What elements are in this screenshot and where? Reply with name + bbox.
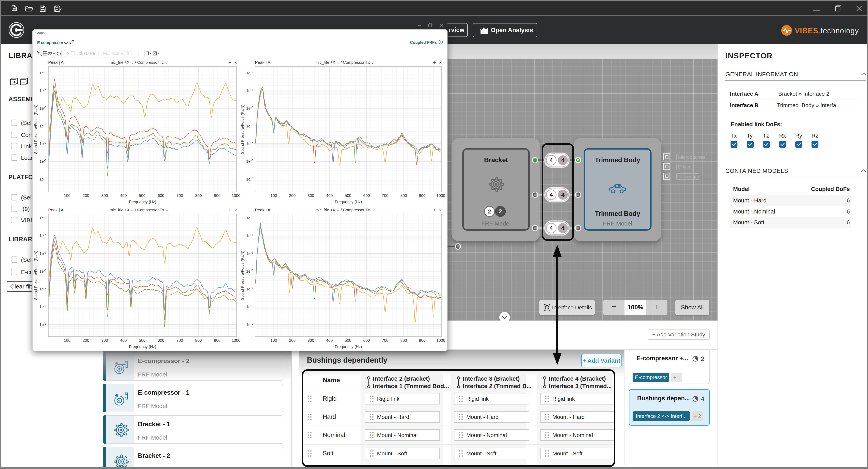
svg-text:1e-9: 1e-9 xyxy=(39,176,46,181)
svg-text:1e-4: 1e-4 xyxy=(246,233,253,238)
svg-text:+: + xyxy=(433,59,436,65)
svg-text:1e-6: 1e-6 xyxy=(39,123,46,128)
svg-text:1e-4: 1e-4 xyxy=(39,88,46,93)
svg-text:600: 600 xyxy=(158,338,164,342)
svg-text:Sound Pressure/Force (Pa/N): Sound Pressure/Force (Pa/N) xyxy=(34,250,38,300)
svg-text:1e-8: 1e-8 xyxy=(39,159,46,164)
svg-text:×: × xyxy=(439,60,442,65)
svg-text:Sound Pressure/Force (Pa/N): Sound Pressure/Force (Pa/N) xyxy=(240,250,245,300)
svg-text:1e-9: 1e-9 xyxy=(246,176,253,181)
svg-text:200: 200 xyxy=(289,338,296,342)
svg-text:1000: 1000 xyxy=(232,193,241,198)
svg-text:Frequency (Hz): Frequency (Hz) xyxy=(335,344,362,349)
svg-text:Frequency (Hz): Frequency (Hz) xyxy=(129,200,156,204)
svg-text:1e-6: 1e-6 xyxy=(246,123,253,128)
svg-text:800: 800 xyxy=(195,338,202,342)
svg-text:200: 200 xyxy=(289,193,296,198)
svg-text:1e-7: 1e-7 xyxy=(246,286,253,291)
svg-text:1e-7: 1e-7 xyxy=(246,141,253,146)
svg-text:Peak | A: Peak | A xyxy=(48,208,64,212)
svg-text:200: 200 xyxy=(83,193,89,198)
svg-text:Peak | A: Peak | A xyxy=(48,60,64,65)
svg-text:1e-3: 1e-3 xyxy=(246,70,253,75)
svg-text:1e-9: 1e-9 xyxy=(39,322,46,327)
svg-text:200: 200 xyxy=(83,338,89,342)
svg-text:Sound Pressure/Force (Pa/N): Sound Pressure/Force (Pa/N) xyxy=(34,105,38,154)
svg-text:Sound Pressure/Force (Pa/N): Sound Pressure/Force (Pa/N) xyxy=(240,105,245,154)
svg-text:Peak | A: Peak | A xyxy=(255,60,270,65)
svg-text:Frequency (Hz): Frequency (Hz) xyxy=(335,200,362,204)
svg-text:100: 100 xyxy=(270,338,277,342)
svg-text:1e-3: 1e-3 xyxy=(39,215,46,220)
svg-text:Frequency (Hz): Frequency (Hz) xyxy=(129,344,156,349)
svg-text:500: 500 xyxy=(139,193,145,198)
svg-text:1000: 1000 xyxy=(436,338,445,342)
svg-text:1e-9: 1e-9 xyxy=(246,322,253,327)
svg-text:mic_frle +X ⌄ / Compressor T: mic_frle +X ⌄ / Compressor Tx ⌄ xyxy=(110,60,168,65)
svg-text:400: 400 xyxy=(326,193,333,198)
svg-text:1e-7: 1e-7 xyxy=(39,286,46,291)
svg-text:500: 500 xyxy=(345,193,351,198)
svg-text:1e-8: 1e-8 xyxy=(246,159,253,164)
svg-text:1e-4: 1e-4 xyxy=(39,233,46,238)
svg-text:1e-5: 1e-5 xyxy=(246,106,253,110)
svg-text:600: 600 xyxy=(363,338,370,342)
svg-text:800: 800 xyxy=(400,193,407,198)
svg-text:500: 500 xyxy=(139,338,145,342)
svg-text:×: × xyxy=(234,60,237,65)
svg-text:mic_frle +X ⌄ / Compressor T: mic_frle +X ⌄ / Compressor Tx ⌄ xyxy=(315,60,374,65)
svg-text:700: 700 xyxy=(382,338,388,342)
svg-text:1e-3: 1e-3 xyxy=(246,215,253,220)
svg-text:1000: 1000 xyxy=(436,193,445,198)
svg-text:400: 400 xyxy=(120,338,127,342)
svg-text:600: 600 xyxy=(158,193,164,198)
svg-text:100: 100 xyxy=(64,193,70,198)
svg-text:+: + xyxy=(433,207,436,213)
svg-text:1e-6: 1e-6 xyxy=(39,269,46,273)
svg-text:1e-4: 1e-4 xyxy=(246,88,253,93)
svg-text:mic_frle +X ⌄ / Compressor T: mic_frle +X ⌄ / Compressor Tx ⌄ xyxy=(315,208,374,212)
svg-text:900: 900 xyxy=(214,338,220,342)
svg-text:700: 700 xyxy=(176,193,183,198)
svg-text:300: 300 xyxy=(101,338,108,342)
svg-text:1e-5: 1e-5 xyxy=(246,251,253,256)
svg-text:700: 700 xyxy=(176,338,183,342)
svg-text:900: 900 xyxy=(419,193,426,198)
svg-text:400: 400 xyxy=(120,193,127,198)
svg-text:Peak | A: Peak | A xyxy=(255,208,270,212)
svg-text:1e-8: 1e-8 xyxy=(246,304,253,309)
svg-text:+: + xyxy=(228,207,231,213)
svg-text:100: 100 xyxy=(270,193,277,198)
svg-text:1e-8: 1e-8 xyxy=(39,304,46,309)
svg-text:1000: 1000 xyxy=(232,338,241,342)
svg-text:300: 300 xyxy=(101,193,108,198)
svg-text:900: 900 xyxy=(419,338,426,342)
svg-text:300: 300 xyxy=(308,338,314,342)
svg-text:400: 400 xyxy=(326,338,333,342)
svg-text:1e-5: 1e-5 xyxy=(39,106,46,110)
svg-text:×: × xyxy=(234,207,237,213)
svg-text:600: 600 xyxy=(363,193,370,198)
svg-text:mic_frle +X ⌄ / Compressor T: mic_frle +X ⌄ / Compressor Tx ⌄ xyxy=(110,208,168,212)
svg-text:1e-5: 1e-5 xyxy=(39,251,46,256)
svg-text:1e-6: 1e-6 xyxy=(246,269,253,273)
svg-text:700: 700 xyxy=(382,193,388,198)
svg-text:100: 100 xyxy=(64,338,70,342)
svg-text:800: 800 xyxy=(195,193,202,198)
svg-text:300: 300 xyxy=(308,193,314,198)
svg-text:500: 500 xyxy=(345,338,351,342)
svg-text:900: 900 xyxy=(214,193,220,198)
svg-text:1e-7: 1e-7 xyxy=(39,141,46,146)
svg-text:1e-3: 1e-3 xyxy=(39,70,46,75)
svg-text:800: 800 xyxy=(400,338,407,342)
svg-text:+: + xyxy=(228,59,231,65)
svg-text:×: × xyxy=(439,207,442,213)
